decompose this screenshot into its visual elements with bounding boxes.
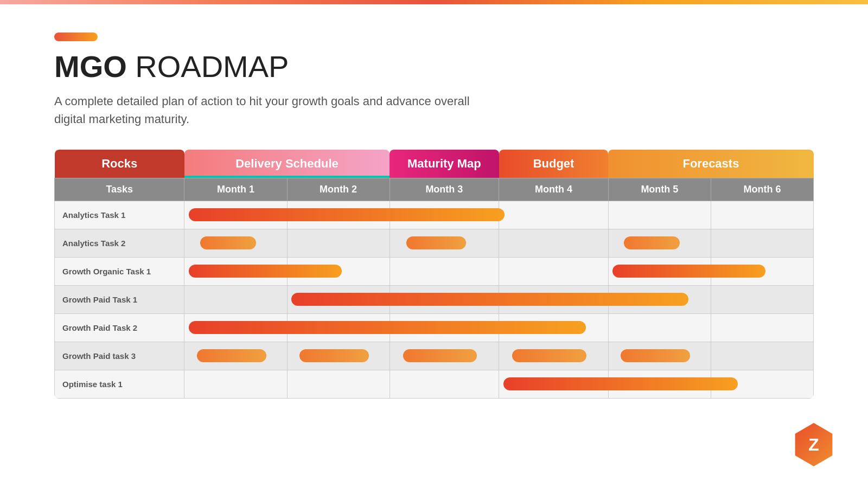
roadmap-table: Rocks Delivery Schedule Maturity Map Bud… [54,150,814,399]
gantt-bar [291,293,688,306]
gantt-bar [621,349,690,362]
forecasts-label: Forecasts [608,150,813,178]
task-name-cell: Growth Paid Task 1 [55,285,184,313]
gantt-bar [200,236,256,249]
gantt-body: Analytics Task 1Analytics Task 2Growth O… [55,201,814,398]
section-header-row: Rocks Delivery Schedule Maturity Map Bud… [55,150,814,178]
gantt-bar [189,208,505,221]
logo-hex: Z [792,423,835,466]
maturity-label: Maturity Map [390,150,499,178]
gantt-bar [503,377,738,390]
month1-header: Month 1 [184,178,287,201]
task-name-cell: Growth Paid Task 2 [55,313,184,342]
month-cell [287,370,390,398]
main-content: MGO ROADMAP A complete detailed plan of … [54,33,814,399]
task-name-cell: Analytics Task 2 [55,229,184,257]
month-cell [608,257,711,285]
month-cell [390,342,499,370]
title-light: ROADMAP [127,49,289,84]
month-cell [711,285,813,313]
gantt-bar [406,236,466,249]
gantt-bar [299,349,369,362]
page-title: MGO ROADMAP [54,50,814,84]
task-name-cell: Growth Organic Task 1 [55,257,184,285]
table-row: Analytics Task 1 [55,201,814,229]
month-cell [287,285,390,313]
month-cell [184,201,287,229]
forecasts-header-cell: Forecasts [608,150,813,178]
month5-header: Month 5 [608,178,711,201]
month-cell [184,370,287,398]
task-name-cell: Analytics Task 1 [55,201,184,229]
table-row: Growth Paid task 3 [55,342,814,370]
month-cell [499,257,609,285]
top-gradient-bar [0,0,868,4]
subtitle-line2: digital marketing maturity. [54,112,189,126]
month-cell [608,201,711,229]
month-cell [390,257,499,285]
gantt-bar [403,349,477,362]
gantt-bar [197,349,266,362]
month-cell [608,229,711,257]
month-cell [390,229,499,257]
month-cell [184,342,287,370]
delivery-header-cell: Delivery Schedule [184,150,390,178]
title-bold: MGO [54,49,127,84]
gantt-bar [624,236,680,249]
month-cell [711,313,813,342]
month-header-row: Tasks Month 1 Month 2 Month 3 Month 4 Mo… [55,178,814,201]
month-cell [184,313,287,342]
rocks-header-cell: Rocks [55,150,184,178]
month-cell [608,313,711,342]
month-cell [711,229,813,257]
gantt-bar [512,349,586,362]
rocks-label: Rocks [55,150,184,178]
month-cell [287,342,390,370]
tasks-column-header: Tasks [55,178,184,201]
subtitle-line1: A complete detailed plan of action to hi… [54,94,470,108]
month-cell [184,229,287,257]
table-row: Analytics Task 2 [55,229,814,257]
month3-header: Month 3 [390,178,499,201]
month-cell [287,229,390,257]
month-cell [499,201,609,229]
delivery-label: Delivery Schedule [184,150,390,178]
month-cell [499,370,609,398]
table-row: Growth Organic Task 1 [55,257,814,285]
budget-label: Budget [499,150,609,178]
month-cell [608,342,711,370]
gantt-bar [189,265,342,278]
deco-pill [54,33,98,41]
table-row: Growth Paid Task 1 [55,285,814,313]
month6-header: Month 6 [711,178,813,201]
task-name-cell: Optimise task 1 [55,370,184,398]
month-cell [499,229,609,257]
month-cell [711,342,813,370]
budget-header-cell: Budget [499,150,609,178]
table-row: Optimise task 1 [55,370,814,398]
task-name-cell: Growth Paid task 3 [55,342,184,370]
maturity-header-cell: Maturity Map [390,150,499,178]
gantt-bar [612,265,765,278]
gantt-bar [189,321,586,334]
month-cell [390,370,499,398]
month4-header: Month 4 [499,178,609,201]
month-cell [184,257,287,285]
hex-shape: Z [792,423,835,466]
month-cell [499,342,609,370]
month-cell [184,285,287,313]
table-row: Growth Paid Task 2 [55,313,814,342]
month-cell [711,201,813,229]
month2-header: Month 2 [287,178,390,201]
page-subtitle: A complete detailed plan of action to hi… [54,92,488,128]
